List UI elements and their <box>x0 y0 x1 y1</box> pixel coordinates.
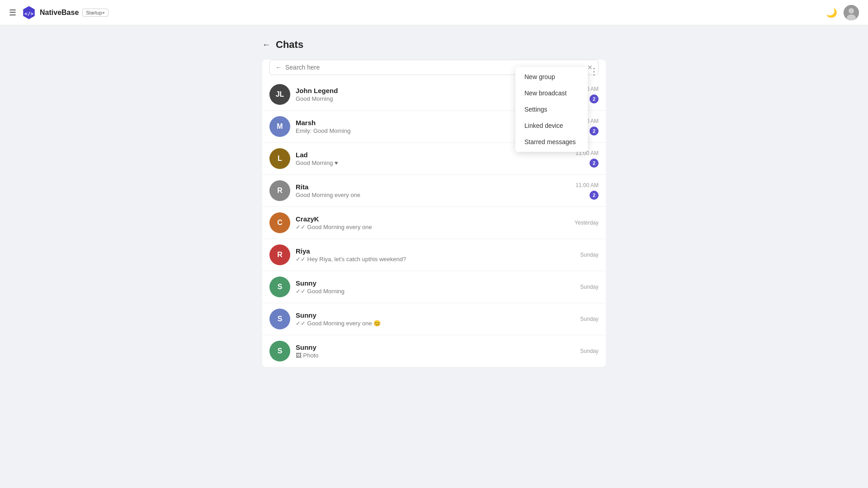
chat-avatar: R <box>269 244 290 265</box>
navbar-left: ☰ </> NativeBase Startup+ <box>9 5 108 20</box>
chat-body: CrazyK ✓✓ Good Morning every one <box>296 215 570 230</box>
navbar: ☰ </> NativeBase Startup+ 🌙 <box>0 0 868 25</box>
page-title: Chats <box>276 39 303 51</box>
chat-avatar: S <box>269 341 290 361</box>
chat-body: Sunny 🖼 Photo <box>296 343 576 359</box>
hamburger-icon[interactable]: ☰ <box>9 8 16 18</box>
chat-preview: ✓✓ Good Morning every one 😊 <box>296 320 576 327</box>
chat-name: Sunny <box>296 279 576 287</box>
chat-meta: 11:00 AM 2 <box>576 150 599 168</box>
chats-panel: ← Chats ← ✕ ⋮ New group New broadcast Se… <box>262 39 606 367</box>
chat-preview: Good Morning ♥ <box>296 160 571 166</box>
chat-item[interactable]: S Sunny 🖼 Photo Sunday <box>262 335 606 367</box>
chat-item[interactable]: S Sunny ✓✓ Good Morning every one 😊 Sund… <box>262 303 606 335</box>
chat-meta: 11:00 AM 2 <box>576 182 599 200</box>
dropdown-item-settings[interactable]: Settings <box>515 101 588 117</box>
chat-name: Sunny <box>296 343 576 351</box>
avatar[interactable] <box>844 5 859 20</box>
chat-time: Sunday <box>580 316 599 322</box>
chat-avatar: M <box>269 116 290 137</box>
chat-avatar: S <box>269 277 290 297</box>
svg-text:</>: </> <box>24 10 33 16</box>
chat-time: Sunday <box>580 348 599 354</box>
chat-item[interactable]: R Rita Good Morning every one 11:00 AM 2 <box>262 175 606 207</box>
chat-avatar: JL <box>269 84 290 105</box>
search-back-icon[interactable]: ← <box>275 64 282 71</box>
unread-badge: 2 <box>590 159 599 168</box>
chat-name: Rita <box>296 183 571 191</box>
chat-avatar: S <box>269 309 290 329</box>
dropdown-item-starred-messages[interactable]: Starred messages <box>515 134 588 150</box>
chat-body: Riya ✓✓ Hey Riya, let's catch upthis wee… <box>296 247 576 263</box>
svg-point-3 <box>849 8 854 14</box>
chats-header: ← Chats <box>262 39 606 51</box>
chat-name: Lad <box>296 151 571 159</box>
unread-badge: 2 <box>590 191 599 200</box>
moon-icon[interactable]: 🌙 <box>826 7 837 18</box>
chat-preview: ✓✓ Good Morning every one <box>296 224 570 230</box>
chat-avatar: C <box>269 212 290 233</box>
chat-meta: Yesterday <box>575 220 599 226</box>
chat-preview: ✓✓ Hey Riya, let's catch upthis weekend? <box>296 256 576 263</box>
chat-meta: Sunday <box>580 348 599 354</box>
chat-preview: ✓✓ Good Morning <box>296 288 576 295</box>
page-content: ← Chats ← ✕ ⋮ New group New broadcast Se… <box>0 25 868 367</box>
chat-meta: Sunday <box>580 252 599 258</box>
chat-body: Lad Good Morning ♥ <box>296 151 571 166</box>
chat-body: Sunny ✓✓ Good Morning <box>296 279 576 295</box>
chats-container: ← ✕ ⋮ New group New broadcast Settings L… <box>262 60 606 367</box>
chat-body: Rita Good Morning every one <box>296 183 571 198</box>
unread-badge: 2 <box>590 94 599 103</box>
chat-avatar: R <box>269 180 290 201</box>
chat-preview: Good Morning every one <box>296 192 571 198</box>
chat-meta: Sunday <box>580 316 599 322</box>
chat-time: Sunday <box>580 284 599 290</box>
unread-badge: 2 <box>590 127 599 136</box>
chat-name: Sunny <box>296 311 576 319</box>
chat-meta: Sunday <box>580 284 599 290</box>
dropdown-item-new-broadcast[interactable]: New broadcast <box>515 85 588 101</box>
dropdown-menu: New group New broadcast Settings Linked … <box>515 67 588 152</box>
logo-icon: </> <box>22 5 36 20</box>
chat-name: CrazyK <box>296 215 570 223</box>
chat-item[interactable]: C CrazyK ✓✓ Good Morning every one Yeste… <box>262 207 606 239</box>
chat-body: Sunny ✓✓ Good Morning every one 😊 <box>296 311 576 327</box>
chat-avatar: L <box>269 148 290 169</box>
chat-time: Sunday <box>580 252 599 258</box>
dropdown-item-linked-device[interactable]: Linked device <box>515 117 588 134</box>
chat-name: Riya <box>296 247 576 255</box>
chat-item[interactable]: S Sunny ✓✓ Good Morning Sunday <box>262 271 606 303</box>
back-button[interactable]: ← <box>262 40 270 50</box>
navbar-right: 🌙 <box>826 5 859 20</box>
chat-time: Yesterday <box>575 220 599 226</box>
menu-dots-button[interactable]: ⋮ <box>590 67 599 76</box>
logo-wrapper: </> NativeBase Startup+ <box>22 5 108 20</box>
chat-preview: 🖼 Photo <box>296 352 576 359</box>
chat-item[interactable]: R Riya ✓✓ Hey Riya, let's catch upthis w… <box>262 239 606 271</box>
dropdown-item-new-group[interactable]: New group <box>515 69 588 85</box>
chat-time: 11:00 AM <box>576 182 599 188</box>
logo-text: NativeBase <box>40 9 79 17</box>
startup-badge: Startup+ <box>82 9 108 17</box>
